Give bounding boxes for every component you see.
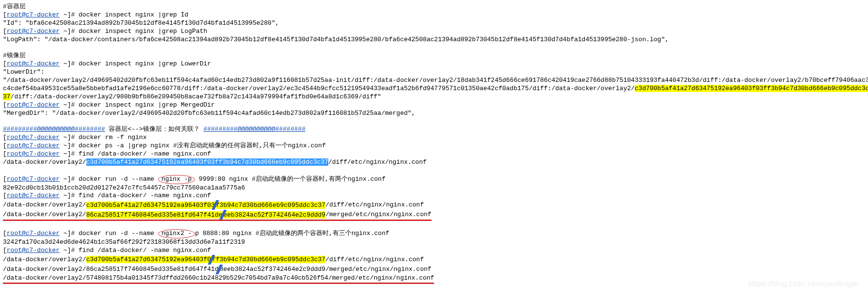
terminal-line: [root@c7-docker ~]# find /data-docker/ -… <box>3 247 868 255</box>
prompt-link[interactable]: root@c7-docker <box>7 247 60 254</box>
terminal-output: /data-docker/overlay2/86ca258517f7460845… <box>3 210 868 221</box>
terminal-output: /data-docker/overlay2/86ca258517f7460845… <box>3 265 868 274</box>
terminal-output: "MergedDir": "/data-docker/overlay2/d496… <box>3 110 868 118</box>
prompt-link[interactable]: root@c7-docker <box>7 175 60 183</box>
terminal-output: "Id": "bfa6ce42508ac21394ad892b73045b12d… <box>3 19 868 28</box>
terminal-line: [root@c7-docker ~]# docker inspect nginx… <box>3 28 868 36</box>
terminal-line: [root@c7-docker ~]# find /data-docker/ -… <box>3 192 868 200</box>
hash-highlight: 86ca258517f7460845ed335e81fd647f41de <box>86 211 223 219</box>
terminal-line: [root@c7-docker ~]# docker run -d --name… <box>3 229 868 238</box>
terminal-output: /data-docker/overlay2/c3d700b5af41a27d63… <box>3 158 868 167</box>
terminal-line: [root@c7-docker ~]# docker inspect nginx… <box>3 11 868 19</box>
section-header: #容器层 <box>3 3 868 11</box>
circled-name: nginx -p <box>158 175 195 184</box>
divider-link[interactable]: #########@@@@@@@@@@######## <box>3 126 105 133</box>
terminal-line: [root@c7-docker ~]# docker inspect nginx… <box>3 60 868 68</box>
terminal-line: [root@c7-docker ~]# docker run -d --name… <box>3 175 868 184</box>
prompt-link[interactable]: root@c7-docker <box>7 101 60 109</box>
terminal-output: "/data-docker/overlay2/d49695402d20fbfc6… <box>3 77 868 101</box>
prompt-link[interactable]: root@c7-docker <box>7 11 60 18</box>
prompt-link[interactable]: root@c7-docker <box>7 230 60 237</box>
divider-line: #########@@@@@@@@@@######## 容器层<-->镜像层：如… <box>3 126 868 134</box>
terminal-output: /data-docker/overlay2/c3d700b5af41a27d63… <box>3 200 868 210</box>
prompt-link[interactable]: root@c7-docker <box>7 134 60 141</box>
prompt-link[interactable]: root@c7-docker <box>7 192 60 199</box>
prompt-link[interactable]: root@c7-docker <box>7 60 60 67</box>
hash-highlight: eeb3824ac52f3742464e2c9ddd9 <box>224 211 326 219</box>
hash-highlight: ff3b94c7d30bd666eb9c095ddc3c37 <box>212 256 325 263</box>
terminal-output: 3242fa170ca3d24ed6de4624b1c35af66f292f23… <box>3 238 868 247</box>
prompt-link[interactable]: root@c7-docker <box>7 28 60 35</box>
prompt-link[interactable]: root@c7-docker <box>7 142 60 149</box>
terminal-output: /data-docker/overlay2/c3d700b5af41a27d63… <box>3 255 868 265</box>
terminal-output: "LowerDir": <box>3 68 868 77</box>
prompt-link[interactable]: root@c7-docker <box>7 150 60 157</box>
terminal-output: /data-docker/overlay2/574808175b4a01345f… <box>3 274 868 284</box>
terminal-output: 82e92cd0cb13b01b1ccb20d2d0127e247c7fc544… <box>3 184 868 192</box>
hash-highlight: f3b94c7d30bd666eb9c095ddc3c37 <box>216 202 325 209</box>
terminal-line: [root@c7-docker ~]# docker rm -f nginx <box>3 134 868 142</box>
terminal-line: [root@c7-docker ~]# find /data-docker/ -… <box>3 150 868 158</box>
terminal-line: [root@c7-docker ~]# docker ps -a |grep n… <box>3 142 868 150</box>
terminal-output: "LogPath": "/data-docker/containers/bfa6… <box>3 36 868 44</box>
hash-highlight: c3d700b5af41a27d63475192ea96403f0 <box>86 256 211 263</box>
hash-highlight: c3d700b5af41a27d63475192ea96403f03ff3b94… <box>86 158 328 166</box>
terminal-line: [root@c7-docker ~]# docker inspect nginx… <box>3 101 868 110</box>
divider-link[interactable]: #########@@@@@@@@@@######## <box>203 126 305 133</box>
section-header: #镜像层 <box>3 52 868 60</box>
hash-highlight: c3d700b5af41a27d63475192ea96403f03 <box>86 202 215 209</box>
circled-name: nginx2 - <box>158 229 195 238</box>
